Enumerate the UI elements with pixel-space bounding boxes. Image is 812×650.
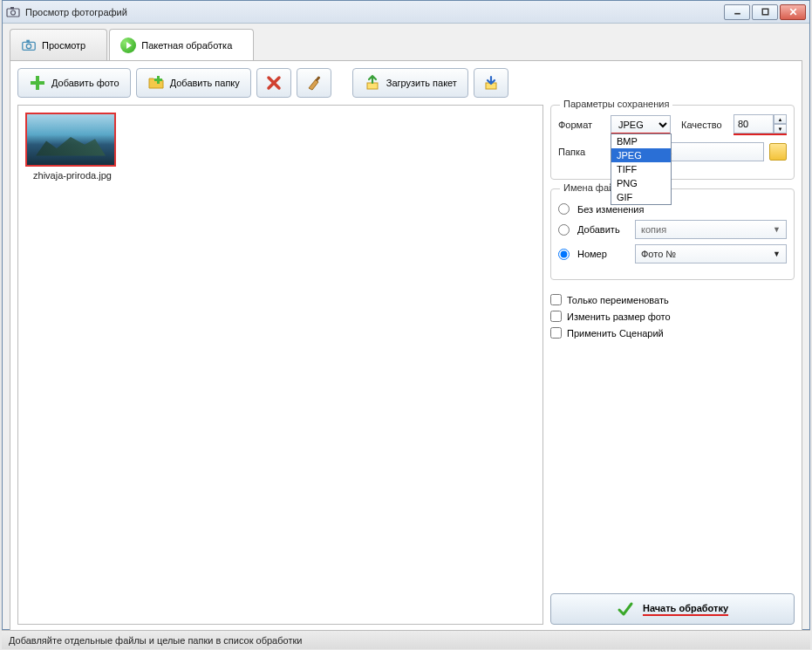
clear-button[interactable]	[297, 68, 331, 98]
svg-rect-0	[7, 9, 19, 17]
checkbox-label: Только переименовать	[567, 295, 669, 305]
radio-label: Номер	[577, 249, 630, 259]
quality-label: Качество	[681, 120, 728, 130]
tabs: Просмотр Пакетная обработка	[3, 24, 809, 60]
format-option[interactable]: JPEG	[611, 148, 671, 162]
window-title: Просмотр фотографий	[25, 7, 724, 17]
format-label: Формат	[558, 120, 605, 130]
statusbar: Добавляйте отдельные файлы и целые папки…	[2, 630, 810, 649]
svg-rect-11	[31, 81, 44, 85]
app-icon	[6, 5, 20, 19]
format-dropdown[interactable]: BMP JPEG TIFF PNG GIF	[611, 133, 672, 205]
checkbox-label: Применить Сценарий	[567, 328, 664, 339]
group-legend: Параметры сохранения	[560, 99, 672, 109]
format-option[interactable]: PNG	[611, 176, 671, 190]
rename-only-checkbox[interactable]	[550, 294, 562, 305]
close-button[interactable]	[780, 4, 806, 20]
spin-up-button[interactable]: ▲	[774, 114, 787, 124]
button-label: Загрузить пакет	[386, 78, 457, 88]
chevron-down-icon: ▼	[773, 250, 781, 258]
scenario-checkbox[interactable]	[550, 327, 562, 339]
format-option[interactable]: TIFF	[611, 162, 671, 176]
list-item[interactable]: zhivaja-priroda.jpg	[25, 113, 119, 181]
quality-spinner[interactable]: ▲ ▼	[734, 114, 787, 135]
maximize-button[interactable]	[752, 4, 778, 20]
radio-label: Добавить	[577, 224, 630, 235]
delete-button[interactable]	[256, 68, 291, 98]
svg-rect-13	[154, 79, 162, 81]
number-combo[interactable]: Фото №▼	[635, 244, 787, 263]
file-list[interactable]: zhivaja-priroda.jpg	[17, 105, 543, 625]
play-icon	[120, 38, 136, 53]
folder-label: Папка	[558, 147, 605, 157]
check-icon	[617, 600, 634, 618]
titlebar: Просмотр фотографий	[3, 1, 809, 24]
add-folder-button[interactable]: Добавить папку	[136, 68, 251, 98]
load-batch-button[interactable]: Загрузить пакет	[352, 68, 468, 98]
suffix-combo[interactable]: копия▼	[635, 220, 787, 239]
radio-label: Без изменения	[577, 204, 644, 215]
add-photo-button[interactable]: Добавить фото	[17, 68, 131, 98]
chevron-down-icon: ▼	[773, 225, 781, 234]
tab-batch[interactable]: Пакетная обработка	[109, 29, 254, 60]
format-select[interactable]: JPEG	[611, 115, 671, 134]
start-processing-button[interactable]: Начать обработку	[550, 593, 795, 625]
number-radio[interactable]	[558, 249, 570, 260]
button-label: Добавить фото	[51, 78, 119, 88]
button-label: Начать обработку	[643, 603, 728, 616]
button-label: Добавить папку	[170, 78, 240, 88]
no-change-radio[interactable]	[558, 203, 570, 215]
tab-label: Просмотр	[42, 40, 85, 51]
tab-label: Пакетная обработка	[141, 40, 232, 51]
minimize-button[interactable]	[724, 4, 750, 20]
filenames-group: Имена файлов Без изменения Добавить копи…	[550, 188, 795, 280]
format-option[interactable]: BMP	[611, 134, 671, 148]
svg-point-1	[11, 10, 16, 15]
browse-folder-button[interactable]	[769, 143, 787, 161]
camera-icon	[21, 38, 37, 53]
save-params-group: Параметры сохранения Формат JPEG Качеств…	[550, 105, 795, 180]
status-text: Добавляйте отдельные файлы и целые папки…	[9, 635, 302, 646]
thumbnail-image	[25, 113, 116, 167]
thumbnail-label: zhivaja-priroda.jpg	[25, 170, 119, 181]
spin-down-button[interactable]: ▼	[774, 124, 787, 133]
svg-point-8	[26, 44, 31, 48]
save-batch-button[interactable]	[474, 68, 508, 98]
svg-rect-4	[762, 9, 768, 15]
tab-view[interactable]: Просмотр	[10, 29, 107, 60]
quality-input[interactable]	[734, 114, 774, 133]
svg-rect-2	[10, 7, 14, 10]
toolbar: Добавить фото Добавить папку Загрузить п…	[10, 61, 802, 105]
add-suffix-radio[interactable]	[558, 224, 570, 236]
svg-rect-9	[26, 39, 30, 42]
format-option[interactable]: GIF	[611, 190, 671, 204]
checkbox-label: Изменить размер фото	[567, 311, 671, 322]
resize-checkbox[interactable]	[550, 311, 562, 322]
